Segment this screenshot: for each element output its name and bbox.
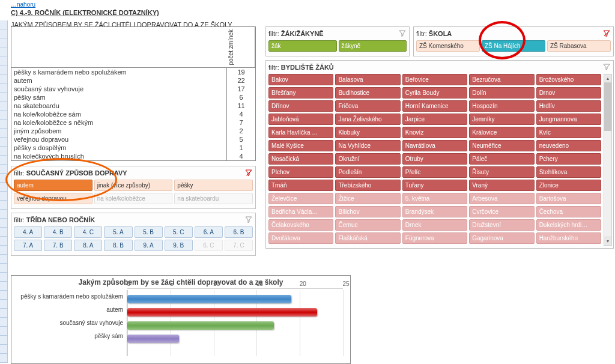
slicer-chip[interactable]: Vraný: [469, 180, 534, 191]
slicer-chip[interactable]: Horní Kamenice: [402, 100, 467, 112]
slicer-chip[interactable]: Cyrila Boudy: [402, 87, 467, 99]
slicer-chip[interactable]: Na Vyhlídce: [335, 140, 400, 151]
slicer-chip[interactable]: Jana Želivského: [335, 114, 400, 125]
slicer-chip[interactable]: Navrátilova: [402, 140, 467, 151]
slicer-chip[interactable]: Třebízského: [335, 180, 400, 191]
slicer-chip[interactable]: žákyně: [339, 40, 407, 52]
slicer-chip[interactable]: Fügnerova: [402, 232, 467, 244]
back-link[interactable]: …nahoru: [8, 1, 35, 8]
slicer-chip[interactable]: Páleč: [469, 153, 534, 165]
slicer-chip[interactable]: 9. B: [165, 240, 193, 251]
clear-filter-icon[interactable]: [602, 63, 611, 71]
slicer-chip[interactable]: 6. C: [195, 240, 223, 251]
clear-filter-icon[interactable]: [244, 169, 253, 177]
scroll-down-icon[interactable]: ▾: [604, 237, 611, 245]
slicer-chip[interactable]: 6. A: [195, 226, 223, 238]
slicer-chip[interactable]: 5. A: [104, 226, 132, 238]
slicer-chip[interactable]: Řisuty: [469, 166, 534, 178]
slicer-chip[interactable]: Stehlíkova: [536, 166, 601, 178]
slicer-chip[interactable]: veřejnou dopravou: [14, 193, 92, 204]
slicer-chip[interactable]: Plchov: [268, 166, 333, 178]
slicer-chip[interactable]: Malé Kyšice: [268, 140, 333, 151]
slicer-chip[interactable]: Kvíc: [536, 127, 601, 138]
slicer-chip[interactable]: Klobuky: [335, 127, 400, 138]
slicer-chip[interactable]: Jungmannova: [536, 114, 601, 125]
slicer-chip[interactable]: Arbesova: [469, 193, 534, 204]
slicer-chip[interactable]: Karla Havlíčka …: [268, 127, 333, 138]
slicer-chip[interactable]: neuvedeno: [536, 140, 601, 151]
slicer-chip[interactable]: Čelakovského: [268, 219, 333, 231]
slicer-chip[interactable]: Dřínov: [268, 100, 333, 112]
slicer-chip[interactable]: Jemníky: [469, 114, 534, 125]
slicer-chip[interactable]: Tuřany: [402, 180, 467, 191]
slicer-chip[interactable]: 5. B: [135, 226, 163, 238]
slicer-chip[interactable]: 8. A: [74, 240, 102, 251]
slicer-chip[interactable]: Hrdlív: [536, 100, 601, 112]
slicer-chip[interactable]: 4. A: [14, 226, 42, 238]
slicer-chip[interactable]: Družstevní: [469, 219, 534, 231]
slicer-chip[interactable]: autem: [14, 180, 92, 191]
slicer-chip[interactable]: Čechova: [536, 206, 601, 217]
slicer-chip[interactable]: Gagarinova: [469, 232, 534, 244]
slicer-chip[interactable]: Jarpice: [402, 114, 467, 125]
slicer-chip[interactable]: na kole/koloběžce: [94, 193, 173, 204]
slicer-chip[interactable]: Bartošova: [536, 193, 601, 204]
slicer-chip[interactable]: jinak (více způsoby): [94, 180, 173, 191]
slicer-chip[interactable]: Pchery: [536, 153, 601, 165]
slicer-chip[interactable]: Flaškářská: [335, 232, 400, 244]
slicer-chip[interactable]: Budihostice: [335, 87, 400, 99]
slicer-chip[interactable]: Dvořákova: [268, 232, 333, 244]
slicer-chip[interactable]: na skateboardu: [174, 193, 253, 204]
slicer-chip[interactable]: Okružní: [335, 153, 400, 165]
scroll-up-icon[interactable]: ▴: [604, 74, 611, 83]
slicer-chip[interactable]: Hanžburského: [536, 232, 601, 244]
slicer-chip[interactable]: 4. C: [74, 226, 102, 238]
slicer-chip[interactable]: Brandýsek: [402, 206, 467, 217]
slicer-chip[interactable]: 7. B: [44, 240, 72, 251]
slicer-chip[interactable]: Přelíc: [402, 166, 467, 178]
slicer-chip[interactable]: Hospozín: [469, 100, 534, 112]
slicer-chip[interactable]: 9. A: [135, 240, 163, 251]
slicer-chip[interactable]: Bílichov: [335, 206, 400, 217]
slicer-chip[interactable]: 7. A: [14, 240, 42, 251]
slicer-chip[interactable]: Želevčice: [268, 193, 333, 204]
slicer-chip[interactable]: Žižice: [335, 193, 400, 204]
slicer-chip[interactable]: ZŠ Rabasova: [547, 40, 611, 52]
slicer-chip[interactable]: žák: [268, 40, 337, 52]
scrollbar[interactable]: ▴ ▾: [604, 74, 612, 246]
slicer-chip[interactable]: 4. B: [44, 226, 72, 238]
slicer-chip[interactable]: Břešťany: [268, 87, 333, 99]
slicer-chip[interactable]: Knovíz: [402, 127, 467, 138]
slicer-chip[interactable]: Neuměřice: [469, 140, 534, 151]
slicer-chip[interactable]: 6. B: [225, 226, 253, 238]
slicer-chip[interactable]: Balasova: [335, 74, 400, 85]
slicer-chip[interactable]: Zlonice: [536, 180, 601, 191]
slicer-chip[interactable]: Cvrčovice: [469, 206, 534, 217]
slicer-chip[interactable]: 8. B: [104, 240, 132, 251]
slicer-chip[interactable]: 5. května: [402, 193, 467, 204]
slicer-chip[interactable]: Královice: [469, 127, 534, 138]
slicer-chip[interactable]: Otruby: [402, 153, 467, 165]
slicer-chip[interactable]: Dukelských hrdi…: [536, 219, 601, 231]
slicer-chip[interactable]: Bakov: [268, 74, 333, 85]
slicer-chip[interactable]: ZŠ Na Hájích: [482, 40, 545, 52]
slicer-chip[interactable]: Bedřicha Václa…: [268, 206, 333, 217]
slicer-chip[interactable]: Bezručova: [469, 74, 534, 85]
slicer-chip[interactable]: Fričova: [335, 100, 400, 112]
slicer-chip[interactable]: Podlešín: [335, 166, 400, 178]
slicer-chip[interactable]: Beřovice: [402, 74, 467, 85]
clear-filter-icon[interactable]: [602, 29, 611, 38]
slicer-chip[interactable]: pěšky: [174, 180, 253, 191]
clear-filter-icon[interactable]: [398, 29, 407, 38]
slicer-chip[interactable]: Nosačická: [268, 153, 333, 165]
slicer-chip[interactable]: Brožovského: [536, 74, 601, 85]
slicer-chip[interactable]: 7. C: [225, 240, 253, 251]
scroll-thumb[interactable]: [604, 83, 611, 131]
slicer-chip[interactable]: Drnov: [536, 87, 601, 99]
slicer-chip[interactable]: 5. C: [165, 226, 193, 238]
slicer-chip[interactable]: Jabloňová: [268, 114, 333, 125]
slicer-chip[interactable]: Černuc: [335, 219, 400, 231]
slicer-chip[interactable]: Tmáň: [268, 180, 333, 191]
clear-filter-icon[interactable]: [244, 216, 253, 224]
slicer-chip[interactable]: Dolín: [469, 87, 534, 99]
